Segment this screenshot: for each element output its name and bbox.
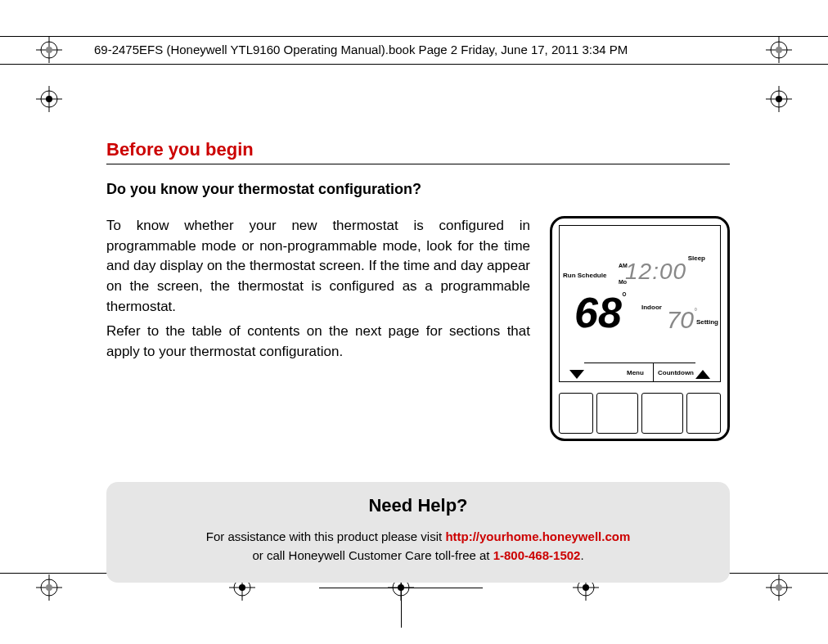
degree-icon: °: [622, 290, 627, 304]
chevron-up-icon: [695, 370, 710, 379]
display-indoor-temp: 68°: [574, 291, 627, 334]
thermostat-illustration: Run Schedule Sleep AM Mo 12:00 Indoor 68…: [550, 216, 730, 441]
help-url: http://yourhome.honeywell.com: [445, 529, 630, 543]
svg-point-15: [776, 96, 782, 102]
label-run-schedule: Run Schedule: [563, 272, 606, 279]
svg-point-3: [46, 47, 52, 53]
help-text: For assistance with this product please …: [206, 529, 446, 543]
section-title: Before you begin: [106, 139, 730, 164]
registration-mark-icon: [766, 86, 792, 112]
help-title: Need Help?: [123, 495, 713, 516]
crop-line: [0, 36, 828, 37]
display-time: 12:00: [625, 259, 686, 285]
svg-point-31: [398, 584, 404, 591]
temp-value: 70: [667, 306, 694, 333]
paragraph: Refer to the table of contents on the ne…: [106, 322, 530, 362]
thermostat-buttons: [559, 393, 721, 434]
svg-point-35: [583, 584, 589, 591]
thermostat-button: [686, 393, 721, 434]
divider: [653, 363, 654, 381]
label-menu: Menu: [627, 369, 644, 376]
svg-point-7: [776, 47, 782, 53]
help-text: or call Honeywell Customer Care toll-fre…: [252, 548, 493, 562]
registration-mark-icon: [36, 86, 62, 112]
help-box: Need Help? For assistance with this prod…: [106, 482, 730, 583]
svg-point-23: [776, 584, 782, 591]
label-sleep: Sleep: [688, 254, 705, 262]
svg-point-19: [46, 584, 52, 591]
divider: [584, 363, 695, 363]
thermostat-button: [641, 393, 683, 434]
help-phone: 1-800-468-1502: [493, 548, 581, 562]
thermostat-button: [559, 393, 593, 434]
registration-mark-icon: [36, 37, 62, 63]
section-subtitle: Do you know your thermostat configuratio…: [106, 181, 730, 198]
display-set-temp: 70°: [667, 308, 697, 332]
temp-value: 68: [574, 289, 622, 336]
chevron-down-icon: [569, 370, 584, 379]
label-countdown: Countdown: [658, 369, 694, 376]
svg-point-27: [239, 584, 245, 591]
thermostat-screen: Run Schedule Sleep AM Mo 12:00 Indoor 68…: [559, 225, 721, 382]
label-setting: Setting: [696, 318, 718, 326]
help-text: .: [580, 548, 583, 562]
help-line: For assistance with this product please …: [123, 528, 713, 565]
registration-mark-icon: [766, 574, 792, 601]
body-text: To know whether your new thermostat is c…: [106, 216, 530, 441]
print-header: 69-2475EFS (Honeywell YTL9160 Operating …: [94, 43, 628, 56]
paragraph: To know whether your new thermostat is c…: [106, 216, 530, 317]
registration-mark-icon: [36, 574, 62, 601]
crop-line: [0, 64, 828, 65]
thermostat-button: [596, 393, 638, 434]
degree-icon: °: [694, 307, 697, 316]
label-indoor: Indoor: [641, 304, 662, 311]
registration-mark-icon: [766, 37, 792, 63]
svg-point-11: [46, 96, 52, 102]
